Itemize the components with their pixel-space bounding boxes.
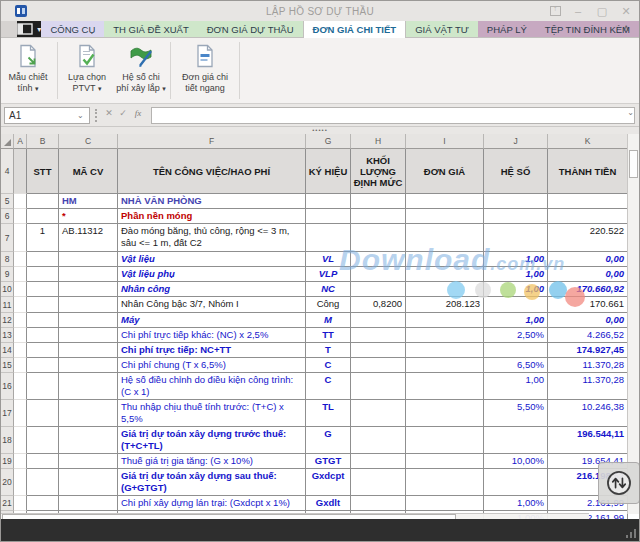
scroll-updown-button[interactable] [598, 462, 640, 504]
cell-I20[interactable] [406, 469, 484, 496]
column-header-F[interactable]: F [118, 134, 306, 149]
cell-H14[interactable] [351, 343, 406, 358]
cell-B21[interactable] [27, 496, 59, 511]
formula-input[interactable] [151, 107, 635, 124]
cell-A7[interactable] [14, 224, 27, 252]
vertical-scrollbar-thumb[interactable] [629, 150, 638, 178]
row-header-9[interactable]: 9 [1, 267, 14, 282]
cell-G17[interactable]: TL [306, 400, 351, 427]
row-header-21[interactable]: 21 [1, 496, 14, 511]
cell-I6[interactable] [406, 209, 484, 224]
cell-B19[interactable] [27, 454, 59, 469]
tab-gi-v-t-t-[interactable]: GIÁ VẬT TƯ [406, 21, 478, 37]
cell-B9[interactable] [27, 267, 59, 282]
column-header-I[interactable]: I [406, 134, 484, 149]
cell-I8[interactable] [406, 252, 484, 267]
cell-A11[interactable] [14, 297, 27, 313]
column-header-G[interactable]: G [306, 134, 351, 149]
cell-F19[interactable]: Thuế giá trị gia tăng: (G x 10%) [118, 454, 306, 469]
cell-I7[interactable] [406, 224, 484, 252]
cell-B13[interactable] [27, 328, 59, 343]
cell-C15[interactable] [59, 358, 118, 373]
cell-F5[interactable]: NHÀ VĂN PHÒNG [118, 194, 306, 209]
cell-F13[interactable]: Chi phí trực tiếp khác: (NC) x 2,5% [118, 328, 306, 343]
cell-H9[interactable] [351, 267, 406, 282]
row-header-6[interactable]: 6 [1, 209, 14, 224]
cell-J21[interactable]: 1,00% [484, 496, 548, 511]
cell-J5[interactable] [484, 194, 548, 209]
maximize-button[interactable]: ▢ [595, 1, 609, 21]
cell-J20[interactable] [484, 469, 548, 496]
cell-H5[interactable] [351, 194, 406, 209]
cell-F8[interactable]: Vật liệu [118, 252, 306, 267]
resize-grip[interactable] [626, 529, 636, 538]
insert-function-button[interactable]: fx [131, 108, 145, 118]
cell-A20[interactable] [14, 469, 27, 496]
cell-J19[interactable]: 10,00% [484, 454, 548, 469]
cell-C20[interactable] [59, 469, 118, 496]
cell-G21[interactable]: Gxdlt [306, 496, 351, 511]
cell-C10[interactable] [59, 282, 118, 297]
cell-K14[interactable]: 174.927,45 [548, 343, 628, 358]
cell-G8[interactable]: VL [306, 252, 351, 267]
cell-A14[interactable] [14, 343, 27, 358]
cell-B8[interactable] [27, 252, 59, 267]
cell-A6[interactable] [14, 209, 27, 224]
cell-A16[interactable] [14, 373, 27, 400]
cell-A13[interactable] [14, 328, 27, 343]
cell-G16[interactable]: C [306, 373, 351, 400]
cell-A21[interactable] [14, 496, 27, 511]
cell-G18[interactable]: G [306, 427, 351, 454]
cell-A18[interactable] [14, 427, 27, 454]
select-all-corner[interactable] [1, 134, 14, 149]
cell-G5[interactable] [306, 194, 351, 209]
cell-H16[interactable] [351, 373, 406, 400]
cell-A17[interactable] [14, 400, 27, 427]
cell-F16[interactable]: Hệ số điều chỉnh do điều kiện công trình… [118, 373, 306, 400]
row-header-13[interactable]: 13 [1, 328, 14, 343]
cell-G15[interactable]: C [306, 358, 351, 373]
cell-I17[interactable] [406, 400, 484, 427]
cell-I21[interactable] [406, 496, 484, 511]
cell-C12[interactable] [59, 313, 118, 328]
cell-J12[interactable]: 1,00 [484, 313, 548, 328]
cell-C11[interactable] [59, 297, 118, 313]
cell-F20[interactable]: Giá trị dự toán xây dựng sau thuế: (G+GT… [118, 469, 306, 496]
cell-C14[interactable] [59, 343, 118, 358]
cell-H20[interactable] [351, 469, 406, 496]
vertical-scrollbar[interactable] [627, 134, 639, 514]
column-header-B[interactable]: B [27, 134, 59, 149]
header-cell-C[interactable]: MÃ CV [59, 149, 118, 194]
header-cell-G[interactable]: KÝ HIỆU [306, 149, 351, 194]
cell-F12[interactable]: Máy [118, 313, 306, 328]
cell-J7[interactable] [484, 224, 548, 252]
cell-H18[interactable] [351, 427, 406, 454]
header-cell-I[interactable]: ĐƠN GIÁ [406, 149, 484, 194]
row-header-10[interactable]: 10 [1, 282, 14, 297]
header-cell-F[interactable]: TÊN CÔNG VIỆC/HAO PHÍ [118, 149, 306, 194]
cell-C9[interactable] [59, 267, 118, 282]
tab-ph-p-l-[interactable]: PHÁP LÝ [478, 21, 536, 37]
cell-I12[interactable] [406, 313, 484, 328]
cell-F18[interactable]: Giá trị dự toán xây dựng trước thuế: (T+… [118, 427, 306, 454]
row-header-4[interactable]: 4 [1, 149, 14, 194]
ribbon-button-mau-chiet-tinh[interactable]: Mẫu chiết tính ▾ [1, 38, 55, 103]
cell-A15[interactable] [14, 358, 27, 373]
cell-C16[interactable] [59, 373, 118, 400]
cell-J11[interactable] [484, 297, 548, 313]
cell-I19[interactable] [406, 454, 484, 469]
cell-A9[interactable] [14, 267, 27, 282]
cell-H17[interactable] [351, 400, 406, 427]
cell-K11[interactable]: 170.661 [548, 297, 628, 313]
cell-C5[interactable]: HM [59, 194, 118, 209]
cell-K18[interactable]: 196.544,11 [548, 427, 628, 454]
cell-B14[interactable] [27, 343, 59, 358]
column-header-J[interactable]: J [484, 134, 548, 149]
cell-I14[interactable] [406, 343, 484, 358]
cell-G11[interactable]: Công [306, 297, 351, 313]
cell-G19[interactable]: GTGT [306, 454, 351, 469]
cell-K13[interactable]: 4.266,52 [548, 328, 628, 343]
cell-H10[interactable] [351, 282, 406, 297]
cell-K16[interactable]: 11.370,28 [548, 373, 628, 400]
tab-th-gi-xu-t[interactable]: TH GIÁ ĐỀ XUẤT [104, 21, 197, 37]
